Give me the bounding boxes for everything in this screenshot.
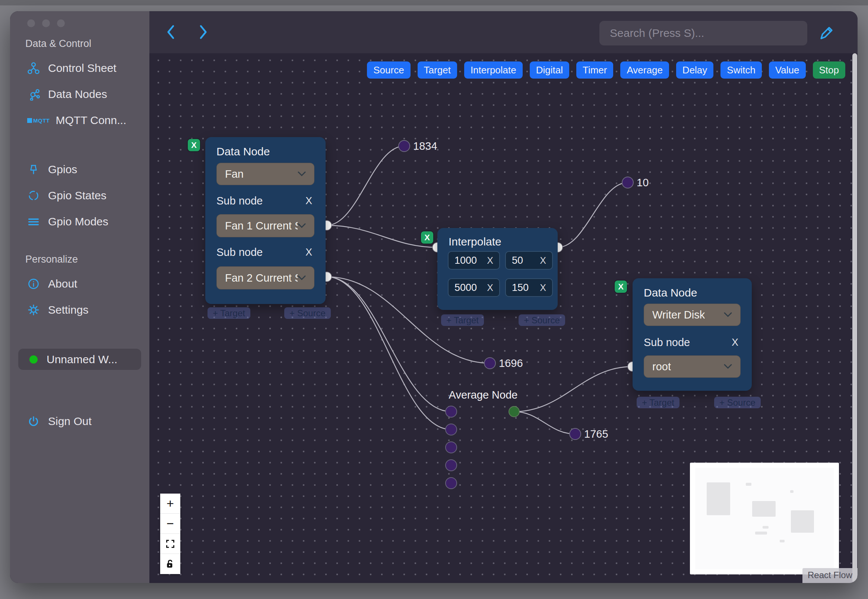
sidebar-item-data-nodes[interactable]: Data Nodes (10, 86, 149, 102)
fan-node-select[interactable]: Fan (217, 163, 314, 185)
chevron-left-icon (165, 24, 178, 40)
sidebar-item-workflow-unnamed[interactable]: Unnamed W... (18, 349, 141, 370)
sidebar-item-mqtt[interactable]: MQTT MQTT Conn... (10, 112, 149, 128)
window-controls[interactable] (27, 20, 65, 27)
select-value: Fan 1 Current Spe (225, 220, 298, 232)
sidebar-item-label: MQTT Conn... (56, 114, 127, 126)
power-icon (27, 415, 40, 427)
interpolate-input-y1[interactable]: 50 X (505, 251, 553, 270)
edge-average-1765[interactable] (514, 412, 575, 434)
clear-input-button[interactable]: X (487, 282, 493, 293)
select-value: root (652, 361, 671, 373)
edge-fan2-average2[interactable] (327, 277, 451, 429)
delete-node-button[interactable]: X (615, 280, 627, 293)
sidebar-item-control-sheet[interactable]: Control Sheet (10, 60, 149, 76)
average-target-handle-2[interactable] (445, 424, 457, 435)
add-target-pill[interactable]: + Target (441, 315, 484, 326)
vertical-scrollbar[interactable] (852, 53, 857, 583)
clear-input-button[interactable]: X (540, 282, 546, 293)
back-button[interactable] (161, 23, 181, 42)
fit-view-icon (165, 539, 175, 549)
sidebar-item-sign-out[interactable]: Sign Out (10, 413, 149, 429)
sub-node-row: Sub node X (644, 336, 739, 349)
window-zoom-button[interactable] (57, 20, 65, 27)
window-close-button[interactable] (27, 20, 35, 27)
forward-button[interactable] (193, 23, 213, 42)
interpolate-input-x1[interactable]: 1000 X (448, 251, 500, 270)
fan-sub2-select[interactable]: Fan 2 Current Spe (217, 266, 314, 289)
add-source-pill[interactable]: + Source (284, 307, 331, 319)
edge-value-dot-1765 (570, 428, 581, 439)
remove-sub-node-button[interactable]: X (305, 195, 312, 207)
remove-sub-node-button[interactable]: X (732, 337, 739, 348)
chevron-right-icon (197, 24, 209, 40)
writer-sub-select[interactable]: root (644, 355, 740, 378)
fit-view-button[interactable] (160, 534, 180, 554)
interpolate-node[interactable]: Interpolate 1000 X 50 X 5000 X 150 X (437, 228, 558, 310)
average-source-handle[interactable] (509, 406, 519, 417)
unlock-icon (165, 559, 175, 569)
edge-interpolate-10[interactable] (558, 182, 628, 247)
lines-icon (27, 215, 40, 228)
interpolate-input-y2[interactable]: 150 X (505, 278, 553, 297)
add-source-pill[interactable]: + Source (519, 315, 565, 326)
window-minimize-button[interactable] (42, 20, 50, 27)
add-target-pill[interactable]: + Target (637, 397, 680, 408)
clear-input-button[interactable]: X (540, 255, 546, 266)
minimap-node (746, 483, 751, 486)
sidebar-item-gpio-states[interactable]: Gpio States (10, 187, 149, 204)
select-value: Fan 2 Current Spe (225, 272, 298, 284)
edge-average-writer[interactable] (514, 367, 633, 412)
minimap-node (707, 482, 730, 515)
chevron-down-icon (724, 364, 732, 369)
network-hub-icon (27, 88, 40, 101)
edge-value-dot-1696 (484, 358, 495, 369)
app-window: Data & Control Control Sheet Data Nodes (10, 11, 857, 583)
flow-canvas[interactable]: Source Target Interpolate Digital Timer … (149, 53, 857, 583)
gear-icon (27, 304, 40, 316)
minimap-node (790, 490, 793, 493)
remove-sub-node-button[interactable]: X (305, 247, 312, 258)
delete-node-button[interactable]: X (188, 139, 200, 151)
workflow-status-dot (29, 355, 38, 364)
edit-button[interactable] (816, 23, 837, 43)
edge-value-label: 1765 (584, 427, 608, 440)
minimap[interactable] (690, 463, 839, 574)
add-source-pill[interactable]: + Source (714, 397, 761, 408)
minimap-node (755, 531, 767, 534)
select-value: Writer Disk (652, 309, 705, 321)
data-node-fan[interactable]: Data Node Fan Sub node X Fan 1 Current S… (205, 137, 326, 304)
sidebar-item-settings[interactable]: Settings (10, 302, 149, 318)
select-value: Fan (225, 168, 244, 180)
sidebar-item-about[interactable]: About (10, 275, 149, 292)
average-node-title: Average Node (449, 389, 518, 401)
search-input[interactable] (599, 21, 807, 45)
sidebar-item-gpios[interactable]: Gpios (10, 161, 149, 178)
zoom-in-button[interactable]: + (160, 494, 180, 514)
data-node-writer-disk[interactable]: Data Node Writer Disk Sub node X root (633, 278, 752, 391)
writer-node-select[interactable]: Writer Disk (644, 304, 740, 326)
zoom-out-button[interactable]: − (160, 514, 180, 534)
minimap-node (791, 510, 814, 533)
edge-fan2-average1[interactable] (327, 277, 451, 412)
interpolate-input-x2[interactable]: 5000 X (448, 278, 500, 297)
chevron-down-icon (298, 172, 306, 176)
edge-value-label: 1834 (413, 140, 437, 152)
sidebar-item-gpio-modes[interactable]: Gpio Modes (10, 214, 149, 230)
react-flow-attribution[interactable]: React Flow (802, 568, 857, 583)
node-title: Interpolate (448, 235, 501, 248)
average-target-handle-1[interactable] (445, 406, 457, 417)
average-target-handle-3[interactable] (445, 442, 457, 453)
fan-sub1-select[interactable]: Fan 1 Current Spe (217, 214, 314, 237)
add-target-pill[interactable]: + Target (208, 307, 250, 319)
average-target-handle-4[interactable] (445, 460, 457, 471)
hierarchy-icon (27, 62, 40, 75)
edge-value-dot-10 (622, 177, 633, 188)
delete-node-button[interactable]: X (421, 231, 433, 244)
edge-fan1-1834[interactable] (327, 146, 404, 225)
sidebar-item-label: Gpios (48, 163, 77, 176)
average-target-handle-5[interactable] (445, 477, 457, 489)
clear-input-button[interactable]: X (487, 255, 493, 266)
pencil-icon (818, 25, 835, 41)
lock-button[interactable] (160, 554, 180, 574)
